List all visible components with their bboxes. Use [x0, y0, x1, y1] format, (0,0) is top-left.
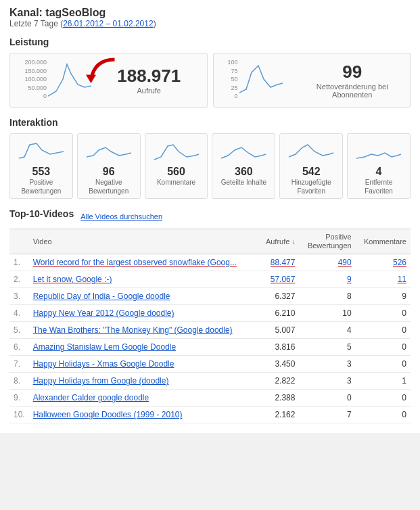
- cell-aufrufe: 2.822: [258, 373, 299, 390]
- cell-title[interactable]: Amazing Stanislaw Lem Google Doodle: [29, 339, 259, 356]
- interaktion-card-kommentare: 560 Kommentare: [145, 133, 208, 199]
- svg-marker-0: [86, 75, 96, 84]
- col-aufrufe[interactable]: Aufrufe ↓: [258, 229, 299, 254]
- entfernt-number: 4: [352, 166, 406, 178]
- abonnenten-value-area: 99 Nettoveränderung bei Abonnenten: [302, 62, 404, 99]
- interaktion-card-geteilt: 360 Geteilte Inhalte: [212, 133, 275, 199]
- cell-rank: 3.: [9, 288, 29, 305]
- cell-title[interactable]: World record for the largest observed sn…: [29, 254, 259, 271]
- cell-rank: 7.: [9, 356, 29, 373]
- col-kommentare: Kommentare: [356, 229, 411, 254]
- interaktion-card-negative: 96 NegativeBewertungen: [77, 133, 141, 199]
- leistung-card-abonnenten: 100 75 50 25 0 99 Nettoveränderung bei A…: [213, 53, 411, 108]
- abonnenten-number: 99: [302, 62, 404, 83]
- cell-kommentare: 9: [356, 288, 411, 305]
- cell-rank: 6.: [9, 339, 29, 356]
- table-row: 4.Happy New Year 2012 (Google doodle)6.2…: [9, 305, 411, 322]
- cell-kommentare: 526: [356, 254, 411, 271]
- cell-positive: 9: [299, 271, 355, 288]
- topvideos-browse-link[interactable]: Alle Videos durchsuchen: [80, 212, 162, 221]
- table-row: 6.Amazing Stanislaw Lem Google Doodle3.8…: [9, 339, 411, 356]
- aufrufe-chart: 200.000 150.000 100.000 50.000 0: [17, 59, 91, 101]
- cell-aufrufe: 5.007: [258, 322, 299, 339]
- interaktion-card-positive: 553 PositiveBewertungen: [9, 133, 73, 199]
- table-row: 9.Alexander Calder google doodle2.38800: [9, 390, 411, 407]
- sort-arrow: ↓: [291, 238, 295, 246]
- page-wrapper: Kanal: tagSeoBlog Letzte 7 Tage (26.01.2…: [0, 0, 420, 433]
- cell-title[interactable]: Let it snow, Google :-): [29, 271, 259, 288]
- page-title: Kanal: tagSeoBlog: [9, 7, 411, 19]
- topvideos-section: Top-10-Videos Alle Videos durchsuchen Vi…: [9, 208, 411, 423]
- interaktion-card-entfernt: 4 EntfernteFavoriten: [347, 133, 411, 199]
- cell-kommentare: 0: [356, 407, 411, 423]
- videos-table: Video Aufrufe ↓ Positive Bewertungen Kom…: [9, 229, 411, 423]
- cell-title[interactable]: Happy Holidays - Xmas Google Doodle: [29, 356, 259, 373]
- cell-kommentare: 0: [356, 339, 411, 356]
- kommentare-label: Kommentare: [149, 178, 204, 187]
- interaktion-title: Interaktion: [9, 117, 411, 128]
- table-row: 7.Happy Holidays - Xmas Google Doodle3.4…: [9, 356, 411, 373]
- entfernt-sparkline: [355, 138, 402, 164]
- cell-title[interactable]: Republic Day of India - Google doodle: [29, 288, 259, 305]
- table-row: 5.The Wan Brothers: "The Monkey King" (G…: [9, 322, 411, 339]
- positive-sparkline: [18, 138, 65, 164]
- cell-rank: 9.: [9, 390, 29, 407]
- cell-aufrufe: 2.388: [258, 390, 299, 407]
- kommentare-sparkline: [153, 138, 200, 164]
- cell-positive: 490: [299, 254, 355, 271]
- kommentare-number: 560: [149, 166, 204, 178]
- hinzugefuegt-number: 542: [284, 166, 338, 178]
- cell-positive: 3: [299, 356, 355, 373]
- table-header-row: Video Aufrufe ↓ Positive Bewertungen Kom…: [9, 229, 411, 254]
- cell-positive: 3: [299, 373, 355, 390]
- cell-aufrufe: 88.477: [258, 254, 299, 271]
- hinzugefuegt-sparkline: [287, 138, 335, 164]
- cell-rank: 1.: [9, 254, 29, 271]
- interaktion-card-hinzugefuegt: 542 HinzugefügteFavoriten: [279, 133, 343, 199]
- cell-rank: 8.: [9, 373, 29, 390]
- videos-tbody: 1.World record for the largest observed …: [9, 254, 411, 423]
- cell-title[interactable]: Happy New Year 2012 (Google doodle): [29, 305, 259, 322]
- cell-kommentare: 0: [356, 356, 411, 373]
- negative-label: NegativeBewertungen: [82, 178, 136, 195]
- leistung-section: Leistung 200.000 150.000 100.000 50.000 …: [9, 37, 411, 108]
- red-arrow-aufrufe: [66, 56, 140, 97]
- cell-rank: 2.: [9, 271, 29, 288]
- entfernt-label: EntfernteFavoriten: [352, 178, 406, 195]
- leistung-title: Leistung: [9, 37, 411, 47]
- abonnenten-sparkline: [239, 59, 283, 99]
- cell-rank: 5.: [9, 322, 29, 339]
- abonnenten-label: Nettoveränderung bei Abonnenten: [302, 83, 404, 99]
- cell-title[interactable]: Halloween Google Doodles (1999 - 2010): [29, 407, 259, 423]
- topvideos-header: Top-10-Videos Alle Videos durchsuchen: [9, 208, 411, 225]
- cell-aufrufe: 3.816: [258, 339, 299, 356]
- cell-kommentare: 0: [356, 390, 411, 407]
- cell-aufrufe: 3.450: [258, 356, 299, 373]
- interaktion-section: Interaktion 553 PositiveBewertungen 96 N…: [9, 117, 411, 199]
- page-subtitle: Letzte 7 Tage (26.01.2012 – 01.02.2012): [9, 19, 411, 28]
- date-range-link[interactable]: 26.01.2012 – 01.02.2012: [63, 19, 153, 28]
- cell-title[interactable]: The Wan Brothers: "The Monkey King" (Goo…: [29, 322, 259, 339]
- cell-title[interactable]: Alexander Calder google doodle: [29, 390, 259, 407]
- cell-kommentare: 1: [356, 373, 411, 390]
- cell-aufrufe: 2.162: [258, 407, 299, 423]
- leistung-card-aufrufe: 200.000 150.000 100.000 50.000 0: [9, 53, 208, 108]
- abonnenten-chart: 100 75 50 25 0: [220, 59, 295, 101]
- col-positive: Positive Bewertungen: [299, 229, 355, 254]
- cell-positive: 7: [299, 407, 355, 423]
- cell-positive: 8: [299, 288, 355, 305]
- page-header: Kanal: tagSeoBlog Letzte 7 Tage (26.01.2…: [9, 7, 411, 28]
- geteilt-label: Geteilte Inhalte: [216, 178, 271, 187]
- table-row: 8.Happy Holidays from Google (doodle)2.8…: [9, 373, 411, 390]
- cell-aufrufe: 6.210: [258, 305, 299, 322]
- cell-kommentare: 11: [356, 271, 411, 288]
- positive-number: 553: [14, 166, 68, 178]
- cell-kommentare: 0: [356, 322, 411, 339]
- topvideos-title: Top-10-Videos: [9, 208, 74, 219]
- cell-rank: 4.: [9, 305, 29, 322]
- cell-aufrufe: 57.067: [258, 271, 299, 288]
- table-row: 3.Republic Day of India - Google doodle6…: [9, 288, 411, 305]
- table-row: 2.Let it snow, Google :-)57.067911: [9, 271, 411, 288]
- cell-positive: 0: [299, 390, 355, 407]
- cell-title[interactable]: Happy Holidays from Google (doodle): [29, 373, 259, 390]
